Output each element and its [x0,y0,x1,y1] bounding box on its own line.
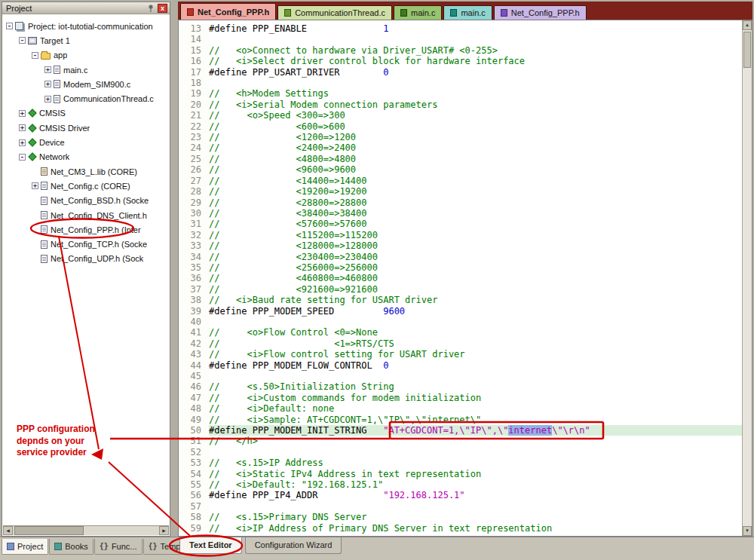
code-line-27[interactable]: 27// <14400=>14400 [179,176,742,186]
code-line-23[interactable]: 23// <1200=>1200 [179,132,742,142]
scroll-down-arrow-icon[interactable]: ▼ [743,526,752,536]
code-line-50[interactable]: 50#define PPP_MODEM_INIT_STRING "AT+CGDC… [179,425,742,436]
plus-expander-icon[interactable]: + [44,81,51,87]
code-line-24[interactable]: 24// <2400=>2400 [179,142,742,153]
minus-expander-icon[interactable]: - [32,52,38,59]
scroll-up-arrow-icon[interactable]: ▲ [743,20,752,30]
scrollbar-thumb[interactable] [14,526,84,535]
code-line-18[interactable]: 18 [179,78,742,88]
tab-0-Net_Config_PPP.h[interactable]: Net_Config_PPP.h [180,3,276,20]
tree-item-CMSIS Driver[interactable]: +CMSIS Driver [3,121,169,135]
code-line-57[interactable]: 57 [179,501,742,512]
code-line-53[interactable]: 53// <s.15>IP Address [179,457,742,468]
code-line-49[interactable]: 49// <i>Sample: AT+CGDCONT=1,\"IP\",\"in… [179,415,742,425]
code-line-28[interactable]: 28// <19200=>19200 [179,186,742,197]
code-line-32[interactable]: 32// <115200=>115200 [179,230,742,240]
minus-expander-icon[interactable]: - [19,37,26,44]
code-line-45[interactable]: 45 [179,371,742,381]
code-line-29[interactable]: 29// <28800=>28800 [179,197,742,208]
editor-tab-Configuration Wizard[interactable]: Configuration Wizard [245,537,342,554]
code-line-44[interactable]: 44#define PPP_MODEM_FLOW_CONTROL 0 [179,360,742,371]
tree-item-Net_Config_DNS_Client.h[interactable]: Net_Config_DNS_Client.h [3,208,169,222]
code-line-54[interactable]: 54// <i>Static IPv4 Address in text repr… [179,469,742,479]
code-line-46[interactable]: 46// <s.50>Initialization String [179,381,742,392]
tree-item-CMSIS[interactable]: +CMSIS [3,106,169,121]
tree-horizontal-scrollbar[interactable]: ◀ ▶ [3,525,169,535]
panel-tab-Func...[interactable]: {}Func... [94,539,143,555]
tree-item-Net_Config_PPP.h (Inter[interactable]: Net_Config_PPP.h (Inter [3,222,169,237]
code-line-59[interactable]: 59// <i>IP Address of Primary DNS Server… [179,523,742,534]
code-line-52[interactable]: 52 [179,447,742,457]
code-line-15[interactable]: 15// <o>Connect to hardware via Driver_U… [179,45,742,56]
code-line-25[interactable]: 25// <4800=>4800 [179,154,742,164]
editor-tab-Text Editor[interactable]: Text Editor [179,537,242,554]
close-icon[interactable]: x [158,4,167,13]
scroll-right-arrow-icon[interactable]: ▶ [159,526,169,535]
panel-tab-Books[interactable]: Books [49,539,93,555]
code-line-26[interactable]: 26// <9600=>9600 [179,164,742,175]
code-line-35[interactable]: 35// <256000=>256000 [179,262,742,273]
code-line-37[interactable]: 37// <921600=>921600 [179,284,742,295]
code-line-19[interactable]: 19// <h>Modem Settings [179,88,742,99]
tab-4-Net_Config_PPP.h[interactable]: Net_Config_PPP.h [494,5,587,20]
tree-item-Net_Config_TCP.h (Socke[interactable]: Net_Config_TCP.h (Socke [3,237,169,251]
code-text: // <256000=>256000 [209,262,742,273]
code-line-38[interactable]: 38// <i>Baud rate setting for USART driv… [179,295,742,305]
code-line-42[interactable]: 42// <1=>RTS/CTS [179,338,742,349]
tree-item-main.c[interactable]: +main.c [3,63,169,77]
code-line-39[interactable]: 39#define PPP_MODEM_SPEED 9600 [179,306,742,317]
code-line-51[interactable]: 51// </h> [179,436,742,446]
code-area[interactable]: 13#define PPP_ENABLE 11415// <o>Connect … [179,20,742,536]
code-line-17[interactable]: 17#define PPP_USART_DRIVER 0 [179,67,742,78]
code-line-56[interactable]: 56#define PPP_IP4_ADDR "192.168.125.1" [179,490,742,500]
plus-expander-icon[interactable]: + [32,182,38,189]
tab-label: main.c [461,8,485,17]
code-line-58[interactable]: 58// <s.15>Primary DNS Server [179,512,742,522]
tree-item-Modem_SIM900.c[interactable]: +Modem_SIM900.c [3,77,169,91]
tab-2-main.c[interactable]: main.c [394,5,442,20]
code-line-20[interactable]: 20// <i>Serial Modem connection paramete… [179,99,742,110]
code-line-40[interactable]: 40 [179,317,742,327]
code-line-48[interactable]: 48// <i>Default: none [179,403,742,414]
code-line-43[interactable]: 43// <i>Flow control setting for USART d… [179,349,742,360]
minus-expander-icon[interactable]: - [6,23,13,29]
code-line-41[interactable]: 41// <o>Flow Control <0=>None [179,327,742,338]
tree-item-Net_CM3_L.lib (CORE)[interactable]: Net_CM3_L.lib (CORE) [3,164,169,179]
editor-vertical-scrollbar[interactable]: ▲ ▼ [742,20,752,536]
tree-item-Net_Config_BSD.h (Socke[interactable]: Net_Config_BSD.h (Socke [3,194,169,208]
code-line-33[interactable]: 33// <128000=>128000 [179,240,742,251]
plus-expander-icon[interactable]: + [44,96,51,103]
code-line-16[interactable]: 16// <i>Select driver control block for … [179,56,742,66]
scrollbar-thumb[interactable] [743,32,751,68]
plus-expander-icon[interactable]: + [19,110,26,117]
tree-item-Network[interactable]: -Network [3,150,169,164]
code-line-13[interactable]: 13#define PPP_ENABLE 1 [179,23,742,34]
tree-item-Net_Config_UDP.h (Sock[interactable]: Net_Config_UDP.h (Sock [3,252,169,266]
tab-1-CommunicationThread.c[interactable]: CommunicationThread.c [277,5,392,20]
tab-3-main.c[interactable]: main.c [443,5,492,20]
plus-expander-icon[interactable]: + [44,66,51,73]
plus-expander-icon[interactable]: + [19,124,26,131]
panel-tab-Project[interactable]: Project [2,539,48,555]
code-line-30[interactable]: 30// <38400=>38400 [179,208,742,219]
code-line-34[interactable]: 34// <230400=>230400 [179,252,742,262]
minus-expander-icon[interactable]: - [19,154,26,161]
code-line-22[interactable]: 22// <600=>600 [179,121,742,132]
pin-icon[interactable] [146,4,155,13]
editor-body[interactable]: 13#define PPP_ENABLE 11415// <o>Connect … [178,20,752,537]
plus-expander-icon[interactable]: + [19,139,26,146]
tree-item-Device[interactable]: +Device [3,135,169,149]
tree-item-CommunicationThread.c[interactable]: +CommunicationThread.c [3,91,169,106]
code-line-36[interactable]: 36// <460800=>460800 [179,273,742,283]
code-line-55[interactable]: 55// <i>Default: "192.168.125.1" [179,479,742,490]
code-line-14[interactable]: 14 [179,34,742,44]
code-line-31[interactable]: 31// <57600=>57600 [179,219,742,229]
tree-item-Target 1[interactable]: -Target 1 [3,33,169,47]
scroll-left-arrow-icon[interactable]: ◀ [3,526,13,535]
tree-item-Project: iot-tutotial-communication[interactable]: -Project: iot-tutotial-communication [3,19,169,33]
code-line-47[interactable]: 47// <i>Custom commands for modem initia… [179,393,742,403]
tree-item-app[interactable]: -app [3,48,169,63]
tree-item-Net_Config.c (CORE)[interactable]: +Net_Config.c (CORE) [3,179,169,193]
code-line-21[interactable]: 21// <o>Speed <300=>300 [179,110,742,121]
scrollbar-track[interactable] [84,526,159,535]
